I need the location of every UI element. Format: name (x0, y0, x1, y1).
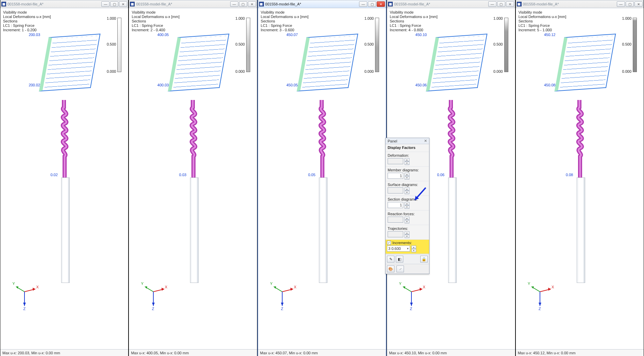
toggle-button[interactable]: ◧ (396, 256, 403, 262)
viewport-container: ▦ 001558-model-file_A* — ▢ ✕ Visibility … (0, 0, 644, 356)
viewport-1: ▦ 001558-model-file_A* — ▢ ✕ Visibility … (0, 0, 129, 356)
section-diagrams-input[interactable]: 1 (388, 202, 403, 208)
deformation-input[interactable] (388, 158, 403, 164)
trajectories-label: Trajectories: (388, 226, 427, 231)
maximize-button[interactable]: ▢ (626, 1, 634, 7)
minimize-button[interactable]: — (488, 1, 496, 7)
deformation-label: Deformation: (388, 153, 427, 157)
member-diagrams-label: Member diagrams: (388, 168, 427, 172)
maximize-button[interactable]: ▢ (239, 1, 247, 7)
deformation-spinner[interactable]: ▴▾ (405, 158, 409, 164)
minimize-button[interactable]: — (359, 1, 367, 7)
scale-min: 0.000 (104, 69, 116, 73)
close-button[interactable]: ✕ (506, 1, 514, 7)
member-diagrams-spinner[interactable]: ▴▾ (405, 173, 409, 179)
close-button[interactable]: ✕ (377, 1, 385, 7)
increments-checkbox[interactable]: ✓ (387, 241, 391, 245)
window-titlebar[interactable]: ▦ 001558-model-file_A* — ▢ ✕ (387, 0, 515, 8)
minimize-button[interactable]: — (617, 1, 625, 7)
minimize-button[interactable]: — (230, 1, 238, 7)
deform-value-top: 200.03 (29, 33, 40, 37)
model-plate: 200.03 200.02 (44, 35, 95, 90)
info-block: Visibility mode Local Deformations u-x [… (132, 10, 180, 32)
scale-mid: 0.500 (104, 42, 116, 46)
scale-max: 1.000 (104, 16, 116, 20)
panel-close-icon[interactable]: ✕ (424, 139, 427, 143)
close-button[interactable]: ✕ (119, 1, 127, 7)
wand-button[interactable]: ⟋ (396, 266, 404, 272)
model-canvas[interactable]: Visibility mode Local Deformations u-x [… (0, 8, 128, 349)
axis-indicator: Y X Z (14, 282, 38, 309)
surface-diagrams-label: Surface diagrams: (388, 183, 427, 187)
window-title: 001558-model-file_A* (136, 2, 172, 6)
viewport-3: ▦ 001558-model-file_A* — ▢ ✕ Visibility … (257, 0, 387, 356)
lock-button[interactable]: 🔒 (420, 256, 428, 262)
status-bar: Max u-x: 200.03, Min u-x: 0.00 mm (0, 349, 128, 356)
window-titlebar[interactable]: ▦ 001558-model-file_A* — ▢ ✕ (0, 0, 128, 8)
display-factors-heading: Display Factors (388, 146, 427, 150)
panel-toolbar-1: ✎ ◧ 🔒 (386, 254, 429, 264)
surface-diagrams-input[interactable] (388, 187, 403, 193)
model-canvas[interactable]: Visibility mode Local Deformations u-x [… (129, 8, 257, 349)
app-icon: ▦ (259, 2, 264, 6)
palette-button[interactable]: 🎨 (387, 266, 394, 272)
minimize-button[interactable]: — (101, 1, 109, 7)
info-block: Visibility mode Local Deformations u-x [… (3, 10, 51, 32)
model-spring (61, 100, 75, 179)
deform-value-col: 0.02 (50, 173, 57, 177)
viewport-2: ▦ 001558-model-file_A* — ▢ ✕ Visibility … (129, 0, 257, 356)
edit-button[interactable]: ✎ (387, 256, 394, 262)
surface-diagrams-spinner[interactable]: ▴▾ (405, 187, 409, 193)
scale-max: 1.000 (233, 16, 245, 20)
increments-spinner[interactable]: ▴▾ (411, 245, 416, 252)
increments-dropdown[interactable]: 3 0.600 (387, 245, 410, 252)
close-button[interactable]: ✕ (248, 1, 256, 7)
panel-titlebar[interactable]: Panel ✕ (386, 138, 429, 144)
viewport-5: ▦ 001558-model-file_A* — ▢ ✕ Visibility … (515, 0, 644, 356)
close-button[interactable]: ✕ (634, 1, 643, 7)
reaction-forces-input[interactable] (388, 217, 403, 223)
window-title: 001558-model-file_A* (265, 2, 301, 6)
window-titlebar[interactable]: ▦ 001558-model-file_A* — ▢ ✕ (129, 0, 257, 8)
window-titlebar[interactable]: ▦ 001558-model-file_A* — ▢ ✕ (516, 0, 644, 8)
scale-mid: 0.500 (233, 42, 245, 46)
deform-value-bot: 200.02 (29, 83, 40, 87)
panel-title-text: Panel (388, 139, 397, 143)
reaction-forces-label: Reaction forces: (388, 212, 427, 216)
scale-min: 0.000 (233, 69, 245, 73)
section-diagrams-label: Section diagrams: (388, 197, 427, 201)
maximize-button[interactable]: ▢ (497, 1, 505, 7)
window-title: 001558-model-file_A* (7, 2, 44, 6)
trajectories-input[interactable] (388, 231, 403, 237)
model-column (61, 177, 70, 283)
member-diagrams-input[interactable]: 1 (388, 173, 403, 179)
trajectories-spinner[interactable]: ▴▾ (405, 231, 409, 237)
panel-toolbar-2: 🎨 ⟋ (386, 264, 429, 274)
increments-section: ✓ Increments: 3 0.600 ▴▾ (386, 240, 429, 254)
window-titlebar[interactable]: ▦ 001558-model-file_A* — ▢ ✕ (258, 0, 386, 8)
maximize-button[interactable]: ▢ (368, 1, 376, 7)
reaction-forces-spinner[interactable]: ▴▾ (405, 217, 409, 223)
color-scale (117, 18, 121, 72)
section-diagrams-spinner[interactable]: ▴▾ (405, 202, 409, 208)
app-icon: ▦ (130, 2, 135, 6)
maximize-button[interactable]: ▢ (110, 1, 118, 7)
color-scale (375, 18, 379, 72)
app-icon: ▦ (1, 2, 6, 6)
increments-label: Increments: (392, 241, 412, 245)
panel-dialog[interactable]: Panel ✕ Display Factors Deformation: ▴▾ … (385, 138, 429, 274)
color-scale (246, 18, 250, 72)
model-canvas[interactable]: Visibility mode Local Deformations u-x [… (258, 8, 386, 349)
